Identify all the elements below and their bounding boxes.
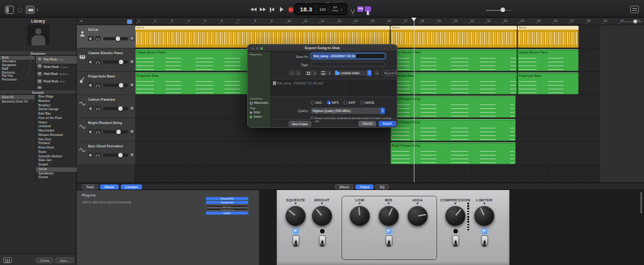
back-button[interactable]: ‹ xyxy=(289,70,294,76)
region-yellow[interactable]: SoCal xyxy=(518,26,579,48)
keyboard-icon[interactable] xyxy=(3,257,12,263)
kit-category-item[interactable]: Drum Kit› xyxy=(0,95,35,99)
toggle-switch[interactable] xyxy=(386,235,392,246)
pan-knob[interactable] xyxy=(130,82,135,87)
library-toggle-icon[interactable] xyxy=(5,6,14,14)
solo-button[interactable] xyxy=(95,59,101,64)
mute-button[interactable] xyxy=(88,82,94,87)
region-yellow[interactable]: SoCal xyxy=(391,26,517,48)
format-radio-mp3[interactable]: MP3 xyxy=(327,101,338,104)
file-list-item[interactable]: first_song - 20220917 22.29.mp3 xyxy=(273,81,323,85)
track-options-icon[interactable] xyxy=(127,20,132,24)
kit-item[interactable]: Manchester xyxy=(36,129,77,133)
genre-item[interactable]: Percussion› xyxy=(0,78,35,82)
kit-item[interactable]: Detroit Garage xyxy=(36,108,77,112)
volume-slider[interactable] xyxy=(103,37,128,40)
drummer-item[interactable]: Pop RockKyle xyxy=(36,56,77,64)
save-button[interactable]: Save... xyxy=(55,257,74,263)
tag-item[interactable]: Gray xyxy=(248,110,270,115)
folder-dropdown[interactable]: untitled folder ▲▼ xyxy=(333,70,372,76)
knob-control[interactable] xyxy=(312,206,332,226)
mute-button[interactable] xyxy=(88,36,94,41)
save-as-field[interactable]: first_song - 20220917 22.31 xyxy=(311,53,386,59)
kit-item[interactable]: Portland xyxy=(36,142,77,146)
kit-item[interactable]: Sunset xyxy=(36,176,77,180)
master-volume-slider[interactable] xyxy=(486,8,511,13)
pan-knob[interactable] xyxy=(130,36,135,41)
notepad-icon[interactable] xyxy=(630,6,639,13)
region-green[interactable]: Bright Plucked String xyxy=(391,142,516,164)
tag-item[interactable]: Green xyxy=(248,115,270,119)
icon-view-button[interactable]: ▾ xyxy=(304,70,318,76)
kit-category-item[interactable]: Electronic Drum Kit› xyxy=(0,99,35,104)
new-folder-button[interactable]: New Folder xyxy=(289,121,311,127)
toggle-switch[interactable] xyxy=(452,235,459,246)
go-to-beginning-button[interactable] xyxy=(269,6,275,13)
play-button[interactable] xyxy=(278,6,285,13)
kit-item[interactable]: Four on the Floor xyxy=(36,116,77,121)
plugin-slot[interactable]: Limiter xyxy=(206,211,248,215)
pan-knob[interactable] xyxy=(130,152,135,157)
drummer-item[interactable]: Punk RockMax xyxy=(36,78,77,86)
plugin-slot[interactable]: Compressor xyxy=(206,208,248,211)
tuning-fork-icon[interactable] xyxy=(350,6,355,18)
action-menu-button[interactable]: ••• xyxy=(374,70,380,76)
kit-item[interactable]: East Bay xyxy=(36,112,77,116)
toggle-switch[interactable] xyxy=(292,235,299,246)
forward-button[interactable]: › xyxy=(295,70,301,76)
add-track-button[interactable]: + xyxy=(80,18,83,25)
tab-output[interactable]: Output xyxy=(355,184,374,189)
tab-master[interactable]: Master xyxy=(100,184,118,189)
pan-knob[interactable] xyxy=(130,59,135,64)
export-button[interactable]: Export xyxy=(379,121,396,127)
track-header[interactable]: Fingerstyle Bass xyxy=(77,72,135,95)
kit-item[interactable]: Retro Rock xyxy=(36,146,77,150)
bar-ruler[interactable]: 1234567891011121314151617181920212223242… xyxy=(135,18,644,25)
fast-forward-button[interactable] xyxy=(259,6,266,13)
region-green[interactable]: Bright Plucked String xyxy=(391,119,516,141)
volume-slider[interactable] xyxy=(103,60,128,64)
pan-knob[interactable] xyxy=(130,106,135,111)
toggle-switch[interactable] xyxy=(481,235,488,246)
list-view-button[interactable]: ▾ xyxy=(319,70,332,76)
mute-button[interactable] xyxy=(88,129,94,134)
kit-item[interactable]: Brooklyn xyxy=(36,104,77,108)
plugin-slot[interactable]: Channel EQ xyxy=(206,197,248,200)
record-button[interactable] xyxy=(287,6,294,13)
tab-compare[interactable]: Compare xyxy=(121,184,143,189)
status-icon[interactable] xyxy=(18,8,23,13)
track-header[interactable]: SoCal xyxy=(77,25,135,48)
region-green[interactable]: Classic Electric Piano xyxy=(391,49,517,71)
kit-item[interactable]: SoCal xyxy=(36,167,77,172)
volume-slider[interactable] xyxy=(103,154,128,157)
kit-item[interactable]: Scientific Method xyxy=(36,155,77,159)
region-green[interactable]: Fingerstyle Bass xyxy=(391,72,517,94)
lcd-display[interactable]: 18.3 120 4/4 Cmaj ▾ xyxy=(294,3,347,15)
metronome-badge[interactable] xyxy=(365,6,371,12)
tags-field[interactable] xyxy=(311,62,386,67)
volume-slider[interactable] xyxy=(103,130,128,133)
track-header[interactable]: Epic Cloud Formation xyxy=(77,142,135,165)
region-green[interactable]: Fingerstyle Bass xyxy=(518,72,579,94)
tab-effects[interactable]: Effects xyxy=(335,184,353,189)
format-radio-aac[interactable]: AAC xyxy=(311,101,322,104)
kit-item[interactable]: Bluebird xyxy=(36,99,77,104)
track-lane[interactable] xyxy=(135,142,644,165)
pan-knob[interactable] xyxy=(130,129,135,134)
plugin-slot[interactable]: Exciter xyxy=(206,205,248,208)
tab-track[interactable]: Track xyxy=(82,184,98,189)
solo-button[interactable] xyxy=(95,152,101,157)
zoom-slider[interactable] xyxy=(623,20,641,24)
kit-item[interactable]: Motown Revisited xyxy=(36,133,77,138)
search-input[interactable]: Search xyxy=(382,70,397,76)
kit-item[interactable]: Blue Ridge xyxy=(36,95,77,99)
editors-icon[interactable] xyxy=(26,6,35,14)
region-green[interactable]: Bright Plucked String xyxy=(391,96,516,118)
kit-item[interactable]: Heavy xyxy=(36,121,77,125)
knob-control[interactable] xyxy=(474,206,494,226)
solo-button[interactable] xyxy=(95,36,101,41)
drummer-item[interactable]: Retro RockLogan xyxy=(36,64,77,71)
scrollbar[interactable] xyxy=(640,192,642,213)
kit-item[interactable]: Neo Soul xyxy=(36,138,77,142)
lcd-chevron-icon[interactable]: ▾ xyxy=(341,8,345,11)
